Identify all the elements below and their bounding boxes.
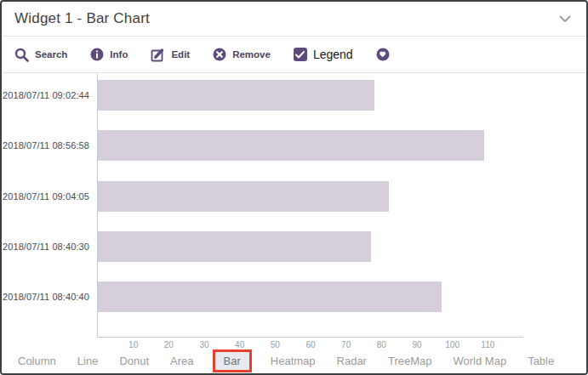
tab-line[interactable]: Line (77, 352, 99, 370)
info-label: Info (110, 49, 128, 60)
info-icon (90, 48, 104, 61)
edit-label: Edit (171, 49, 190, 60)
chart-row: 2018/07/11 08:56:58 (2, 130, 586, 161)
x-axis-tick-label: 50 (271, 340, 280, 349)
bar[interactable] (98, 231, 371, 262)
tab-world-map[interactable]: World Map (454, 352, 507, 370)
remove-label: Remove (232, 49, 271, 60)
legend-toggle[interactable]: Legend (294, 48, 353, 61)
heart-button[interactable] (376, 48, 390, 61)
y-axis-label: 2018/07/11 09:04:05 (2, 181, 89, 212)
tab-treemap[interactable]: TreeMap (388, 352, 432, 370)
x-axis-tick-label: 80 (377, 340, 386, 349)
bar-chart: 2018/07/11 09:02:442018/07/11 08:56:5820… (2, 73, 586, 349)
toolbar: Search Info Edit Remove (2, 37, 586, 73)
chart-row: 2018/07/11 09:04:05 (2, 181, 586, 212)
bar[interactable] (98, 181, 389, 212)
legend-checkbox[interactable] (294, 48, 307, 61)
x-axis-tick-label: 30 (199, 340, 208, 349)
edit-icon (151, 48, 165, 62)
x-axis-tick-label: 70 (341, 340, 351, 349)
y-axis-label: 2018/07/11 08:40:30 (2, 231, 89, 262)
chevron-down-icon[interactable] (559, 15, 571, 23)
search-icon (14, 48, 29, 62)
tab-radar[interactable]: Radar (337, 352, 367, 370)
search-button[interactable]: Search (14, 48, 67, 62)
y-axis-label: 2018/07/11 08:40:40 (2, 281, 89, 312)
tab-donut[interactable]: Donut (119, 352, 149, 370)
chart-row: 2018/07/11 08:40:40 (2, 281, 586, 312)
widget-window: Widget 1 - Bar Chart Search Info (0, 0, 588, 375)
legend-label: Legend (313, 48, 353, 61)
heart-icon (376, 48, 390, 61)
x-axis-tick-label: 10 (128, 340, 138, 349)
x-axis (97, 337, 523, 338)
edit-button[interactable]: Edit (151, 48, 190, 62)
widget-title: Widget 1 - Bar Chart (14, 10, 150, 27)
chart-type-tabs: ColumnLineDonutAreaBarHeatmapRadarTreeMa… (2, 349, 586, 373)
tab-column[interactable]: Column (18, 352, 56, 370)
x-axis-tick-label: 20 (164, 340, 174, 349)
x-axis-tick-label: 100 (445, 340, 460, 349)
info-button[interactable]: Info (90, 48, 128, 61)
tab-table[interactable]: Table (528, 352, 554, 370)
y-axis-label: 2018/07/11 08:56:58 (2, 130, 89, 161)
search-label: Search (35, 49, 67, 60)
remove-icon (213, 48, 226, 61)
bar[interactable] (98, 281, 442, 312)
x-axis-tick-label: 60 (305, 340, 315, 349)
remove-button[interactable]: Remove (213, 48, 271, 61)
y-axis-label: 2018/07/11 09:02:44 (2, 80, 89, 111)
bar[interactable] (98, 80, 374, 111)
chart-row: 2018/07/11 08:40:30 (2, 231, 586, 262)
tab-area[interactable]: Area (170, 352, 193, 370)
x-axis-tick-label: 110 (481, 340, 494, 349)
titlebar: Widget 1 - Bar Chart (2, 2, 586, 37)
bar[interactable] (98, 130, 484, 161)
x-axis-tick-label: 40 (235, 340, 244, 349)
tab-heatmap[interactable]: Heatmap (271, 352, 316, 370)
check-icon (295, 51, 305, 59)
x-axis-tick-label: 90 (412, 340, 421, 349)
chart-row: 2018/07/11 09:02:44 (2, 80, 586, 111)
tab-bar[interactable]: Bar (215, 352, 249, 370)
